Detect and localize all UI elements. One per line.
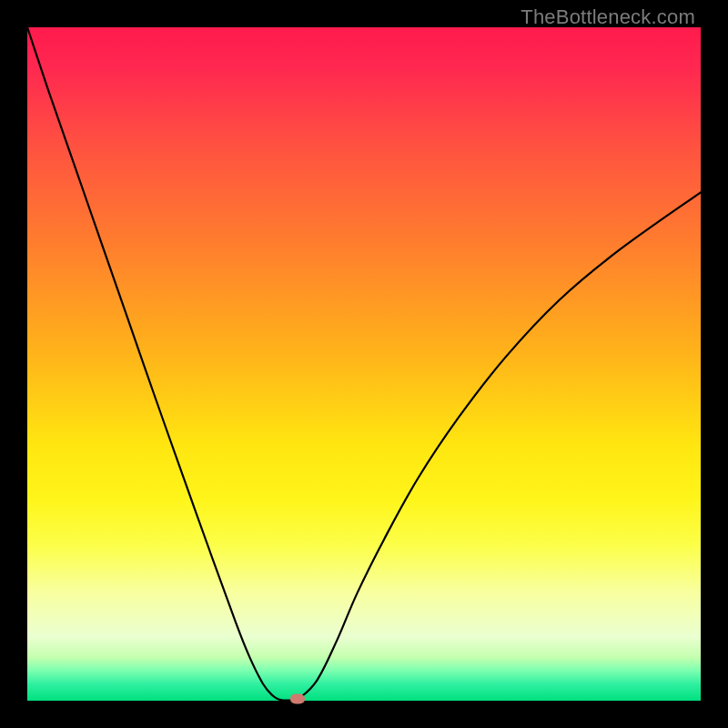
plot-area — [27, 27, 701, 701]
optimal-point-marker — [290, 693, 305, 703]
watermark-text: TheBottleneck.com — [521, 5, 695, 29]
gradient-background — [27, 27, 701, 701]
